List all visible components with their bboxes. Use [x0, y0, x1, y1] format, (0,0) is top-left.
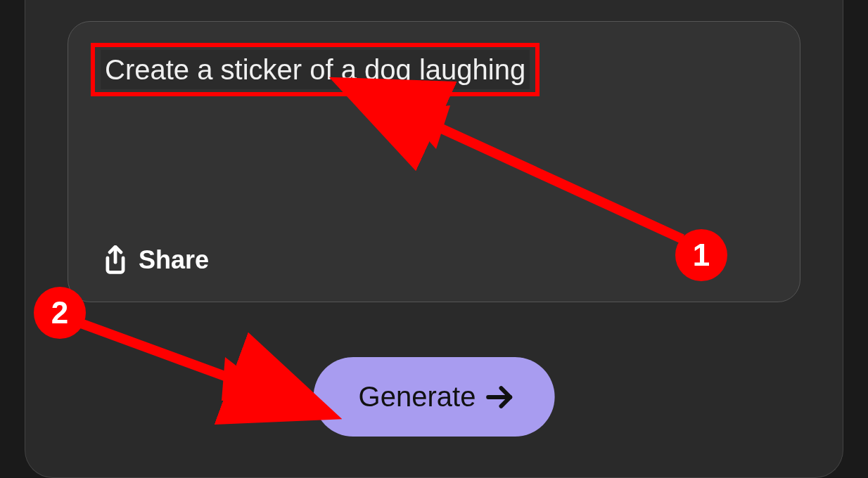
- prompt-input[interactable]: Create a sticker of a dog laughing: [101, 50, 530, 89]
- app-container: Create a sticker of a dog laughing Share…: [25, 0, 843, 478]
- share-button[interactable]: Share: [102, 245, 209, 275]
- generate-label: Generate: [359, 381, 476, 413]
- prompt-highlight-box: Create a sticker of a dog laughing: [91, 43, 540, 96]
- share-label: Share: [139, 245, 209, 275]
- prompt-card: Create a sticker of a dog laughing Share: [68, 21, 800, 302]
- arrow-right-icon: [484, 382, 515, 413]
- share-icon: [102, 245, 129, 275]
- generate-button[interactable]: Generate: [314, 357, 555, 437]
